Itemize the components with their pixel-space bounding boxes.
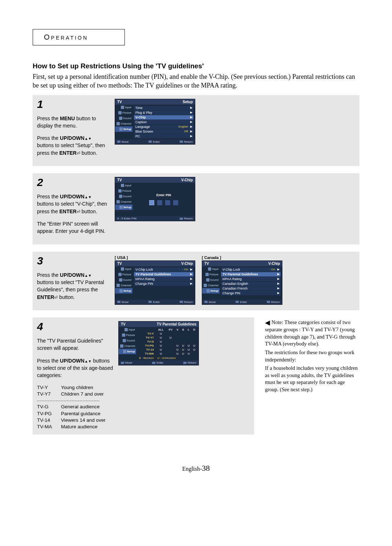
sound-icon [123, 339, 126, 342]
move-icon [117, 141, 121, 143]
step-number: 4 [37, 321, 113, 332]
step-3: 3 Press the UP/DOWN buttons to select "T… [33, 252, 359, 310]
grid-row-tvy[interactable]: TV-YU [138, 332, 197, 336]
topic-title: How to Set up Restrictions Using the 'TV… [33, 62, 359, 70]
osd-row-mpaa[interactable]: MPAA Rating▶ [221, 277, 281, 281]
pin-digit-2[interactable] [157, 200, 163, 206]
grid-row-tv14[interactable]: TV-14UUUUU [138, 348, 197, 352]
step-4-para-2: Press the UP/DOWN buttons to select one … [37, 357, 113, 379]
osd-row-pc[interactable]: PC▶ [134, 134, 193, 138]
pin-entry[interactable] [149, 200, 179, 206]
step-number: 2 [37, 177, 110, 188]
step-number: 3 [37, 255, 110, 266]
chevron-right-icon: ▶ [190, 277, 192, 280]
picture-icon [118, 273, 122, 276]
osd-sidebar: Input Picture Sound Channel Setup [115, 266, 132, 300]
chevron-right-icon: ▶ [190, 134, 192, 138]
return-icon [267, 301, 270, 303]
step-4: 4 The "TV Parental Guidelines" screen wi… [33, 318, 254, 434]
up-down-icon [85, 272, 92, 278]
osd-sidebar: Input Picture Sound Channel Setup [115, 105, 132, 139]
step-1-para-1: Press the MENU button to display the men… [37, 115, 110, 130]
tvpg-grid[interactable]: ALL FV V S L D TV-YU T [138, 328, 197, 356]
return-icon [183, 362, 187, 364]
osd-row-bluescreen[interactable]: Blue ScreenOff▶ [134, 129, 193, 134]
ratings-list: TV-YYoung children TV-Y7Children 7 and o… [37, 384, 113, 430]
chevron-right-icon: ▶ [190, 106, 192, 109]
chevron-right-icon: ▶ [190, 130, 192, 133]
grid-row-tvpg[interactable]: TV-PGUUUUU [138, 344, 197, 348]
region-label-usa: [ USA ] [115, 255, 195, 260]
osd-row-tvpg[interactable]: TV Parental Guidelines▶ [134, 272, 193, 276]
osd-row-change-pin[interactable]: Change PIN▶ [221, 291, 281, 295]
return-icon [180, 301, 183, 303]
chevron-right-icon: ▶ [190, 120, 192, 124]
up-down-icon [85, 135, 92, 141]
channel-icon [204, 284, 207, 287]
input-icon [124, 328, 128, 331]
grid-row-tvg[interactable]: TV-GU [138, 340, 197, 344]
move-icon [121, 362, 124, 364]
osd-row-vchip-lock[interactable]: V-Chip Lock: On▶ [134, 267, 193, 272]
step-2-para-2: The "Enter PIN" screen will appear. Ente… [37, 220, 110, 235]
return-icon [180, 218, 183, 220]
pin-digit-4[interactable] [173, 200, 179, 206]
input-icon [121, 106, 124, 109]
enter-icon [236, 301, 239, 303]
osd-row-vchip[interactable]: V-Chip▶ [134, 115, 193, 120]
osd-row-tvpg[interactable]: TV Parental Guidelines▶ [221, 272, 281, 276]
step-2: 2 Press the UP/DOWN buttons to select "V… [33, 173, 359, 244]
picture-icon [205, 273, 209, 276]
osd-row-canadian-english[interactable]: Canadian English▶ [221, 282, 281, 286]
osd-setup-screen: TVSetup Input Picture Sound Channel Setu… [115, 99, 195, 145]
step-2-para-1: Press the UP/DOWN buttons to select "V-C… [37, 193, 110, 215]
enter-icon [148, 141, 152, 143]
enter-icon [148, 301, 152, 303]
up-down-icon [85, 358, 92, 364]
page-footer: English-38 [33, 464, 359, 473]
osd-sidebar: Input Picture Sound Channel Setup [202, 266, 220, 300]
sound-icon [206, 278, 209, 282]
osd-row-change-pin[interactable]: Change PIN▶ [134, 282, 193, 286]
osd-row-caption[interactable]: Caption▶ [134, 120, 193, 124]
chevron-right-icon: ▶ [277, 277, 279, 280]
grid-row-tvma[interactable]: TV-MAUUUU [138, 352, 197, 356]
region-label-canada: [ Canada ] [202, 255, 282, 260]
step-number: 1 [37, 99, 110, 110]
osd-row-plug-play[interactable]: Plug & Play▶ [134, 110, 193, 115]
manual-page: Operation How to Set up Restrictions Usi… [33, 29, 359, 473]
setup-icon [119, 128, 123, 131]
osd-row-canadian-french[interactable]: Canadian French▶ [221, 286, 281, 291]
picture-icon [122, 333, 125, 337]
chevron-right-icon: ▶ [277, 287, 279, 290]
channel-icon [117, 122, 120, 125]
section-header: Operation [44, 33, 88, 41]
chevron-right-icon: ▶ [190, 282, 192, 285]
osd-row-language[interactable]: LanguageEnglish▶ [134, 125, 193, 129]
ratings-divider: ---------------------------------------- [37, 398, 113, 403]
legend-unblocked: U : Unblocked [157, 356, 175, 360]
osd-row-time[interactable]: Time▶ [134, 106, 193, 110]
chevron-right-icon: ▶ [190, 116, 192, 119]
pin-digit-3[interactable] [165, 200, 171, 206]
return-icon [180, 141, 183, 143]
setup-icon [119, 289, 123, 292]
channel-icon [120, 344, 123, 348]
enter-icon [152, 362, 155, 364]
grid-row-tvy7[interactable]: TV-Y7UU [138, 336, 197, 340]
input-icon [121, 184, 124, 187]
channel-icon [117, 200, 120, 203]
osd-vchip-usa: TVV-Chip Input Picture Sound Channel Set… [115, 260, 195, 305]
up-down-icon [85, 194, 92, 199]
sound-icon [119, 117, 122, 120]
step-1-para-2: Press the UP/DOWN buttons to select "Set… [37, 134, 110, 157]
enter-icon [54, 294, 58, 300]
chevron-right-icon: ▶ [277, 282, 279, 285]
pin-digit-1[interactable] [149, 200, 155, 206]
channel-icon [117, 284, 120, 287]
picture-icon [118, 189, 122, 193]
osd-row-vchip-lock[interactable]: V-Chip Lock: On▶ [221, 267, 281, 272]
osd-sidebar: Input Picture Sound Channel Setup [119, 327, 136, 360]
osd-row-mpaa[interactable]: MPAA Rating▶ [134, 277, 193, 281]
intro-text: First, set up a personal identification … [33, 72, 359, 90]
